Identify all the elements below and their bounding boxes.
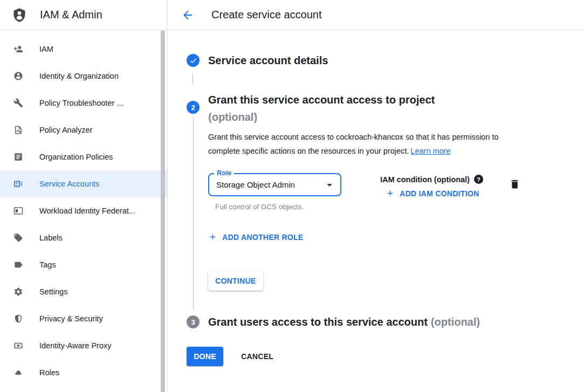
- step2-number-badge: 2: [187, 101, 200, 114]
- sidebar-item-label: Tags: [39, 260, 56, 269]
- sidebar: IAM & Admin IAM Identity & Organization …: [0, 0, 168, 392]
- iam-condition-group: IAM condition (optional) ? ADD IAM CONDI…: [380, 175, 483, 198]
- sidebar-item-settings[interactable]: Settings: [0, 278, 167, 305]
- role-row: Role Storage Object Admin Full control o…: [208, 173, 583, 211]
- sidebar-item-label: Workload Identity Federat...: [39, 207, 135, 215]
- step1-check-icon: [187, 54, 200, 67]
- continue-button[interactable]: CONTINUE: [208, 271, 263, 291]
- page-title: Create service account: [211, 9, 322, 21]
- dropdown-arrow-icon: [323, 178, 336, 191]
- back-arrow-icon[interactable]: [181, 9, 194, 22]
- sidebar-item-policy-troubleshooter[interactable]: Policy Troubleshooter ...: [0, 90, 167, 116]
- sidebar-item-label: IAM: [39, 45, 53, 53]
- wizard-content: Service account details 2 Grant this ser…: [168, 30, 583, 366]
- step-connector-line: [193, 73, 193, 85]
- add-iam-condition-button[interactable]: ADD IAM CONDITION: [386, 189, 479, 198]
- step-connector-line: [193, 117, 194, 309]
- step2-description: Grant this service account access to coc…: [208, 130, 532, 158]
- iam-condition-label: IAM condition (optional): [380, 175, 470, 184]
- role-field-label: Role: [214, 169, 234, 177]
- sidebar-item-label: Identity-Aware Proxy: [39, 341, 112, 350]
- step1-title: Service account details: [208, 54, 328, 67]
- person-add-icon: [13, 44, 24, 54]
- step3-number-badge: 3: [187, 315, 200, 328]
- step2-title: Grant this service account access to pro…: [208, 91, 583, 126]
- add-another-role-button[interactable]: ADD ANOTHER ROLE: [208, 232, 304, 242]
- sidebar-item-iam[interactable]: IAM: [0, 36, 167, 63]
- robot-card-icon: [13, 178, 24, 189]
- shield-person-icon: [12, 8, 27, 23]
- sidebar-header: IAM & Admin: [0, 0, 167, 30]
- sidebar-item-label: Privacy & Security: [39, 314, 103, 323]
- sidebar-item-identity-organization[interactable]: Identity & Organization: [0, 63, 167, 90]
- step3-optional-label: (optional): [431, 316, 480, 328]
- sidebar-nav: IAM Identity & Organization Policy Troub…: [0, 30, 167, 386]
- sidebar-item-tags[interactable]: Tags: [0, 251, 167, 278]
- iam-admin-console: IAM & Admin IAM Identity & Organization …: [0, 0, 583, 392]
- tag-icon: [13, 232, 24, 243]
- person-circle-icon: [13, 71, 24, 81]
- plus-icon: [208, 232, 217, 242]
- cancel-button[interactable]: CANCEL: [241, 352, 273, 361]
- sidebar-item-label: Identity & Organization: [39, 72, 119, 80]
- help-icon[interactable]: ?: [474, 175, 483, 184]
- sidebar-item-organization-policies[interactable]: Organization Policies: [0, 143, 167, 170]
- iam-condition-label-row: IAM condition (optional) ?: [380, 175, 483, 184]
- shield-half-icon: [13, 313, 24, 324]
- document-search-icon: [13, 125, 24, 135]
- label-icon: [13, 259, 24, 270]
- wrench-icon: [13, 98, 24, 108]
- done-button[interactable]: DONE: [187, 347, 223, 366]
- gear-icon: [13, 286, 24, 297]
- sidebar-item-label: Settings: [39, 287, 67, 296]
- sidebar-scrollbar[interactable]: [161, 31, 165, 392]
- sidebar-item-privacy-security[interactable]: Privacy & Security: [0, 305, 167, 332]
- sidebar-item-service-accounts[interactable]: Service Accounts: [0, 170, 167, 197]
- form-actions: DONE CANCEL: [187, 347, 583, 366]
- step2-body: Grant this service account access to pro…: [208, 91, 583, 291]
- sidebar-item-label: Policy Analyzer: [39, 126, 92, 134]
- role-field-group: Role Storage Object Admin Full control o…: [208, 173, 341, 211]
- sidebar-item-label: Service Accounts: [39, 180, 99, 188]
- document-lines-icon: [13, 152, 24, 162]
- role-selected-value: Storage Object Admin: [216, 180, 295, 189]
- role-helper-text: Full control of GCS objects.: [208, 203, 341, 211]
- delete-role-button[interactable]: [509, 178, 520, 190]
- step2-optional-label: (optional): [208, 108, 583, 126]
- plus-icon: [386, 189, 395, 198]
- app-title: IAM & Admin: [40, 9, 102, 21]
- step3-title: Grant users access to this service accou…: [208, 315, 480, 328]
- sidebar-item-workload-identity-federation[interactable]: Workload Identity Federat...: [0, 197, 167, 224]
- sidebar-item-labels[interactable]: Labels: [0, 224, 167, 251]
- hat-icon: [13, 367, 24, 378]
- role-select[interactable]: Role Storage Object Admin: [208, 173, 341, 196]
- sidebar-item-identity-aware-proxy[interactable]: Identity-Aware Proxy: [0, 332, 167, 359]
- sidebar-item-label: Organization Policies: [39, 153, 113, 161]
- page-header: Create service account: [168, 0, 583, 30]
- sidebar-item-policy-analyzer[interactable]: Policy Analyzer: [0, 116, 167, 143]
- proxy-grid-icon: [13, 340, 24, 351]
- step2-marker-column: 2: [187, 91, 200, 291]
- sidebar-item-label: Roles: [39, 368, 59, 377]
- step1-row: Service account details: [187, 54, 583, 67]
- step2-row: 2 Grant this service account access to p…: [187, 91, 583, 291]
- step3-row: 3 Grant users access to this service acc…: [187, 315, 583, 328]
- sidebar-item-label: Policy Troubleshooter ...: [39, 99, 124, 107]
- sidebar-item-roles[interactable]: Roles: [0, 359, 167, 386]
- learn-more-link[interactable]: Learn more: [410, 147, 450, 155]
- sidebar-item-label: Labels: [39, 233, 63, 242]
- id-card-icon: [13, 205, 24, 216]
- main-panel: Create service account Service account d…: [168, 0, 583, 392]
